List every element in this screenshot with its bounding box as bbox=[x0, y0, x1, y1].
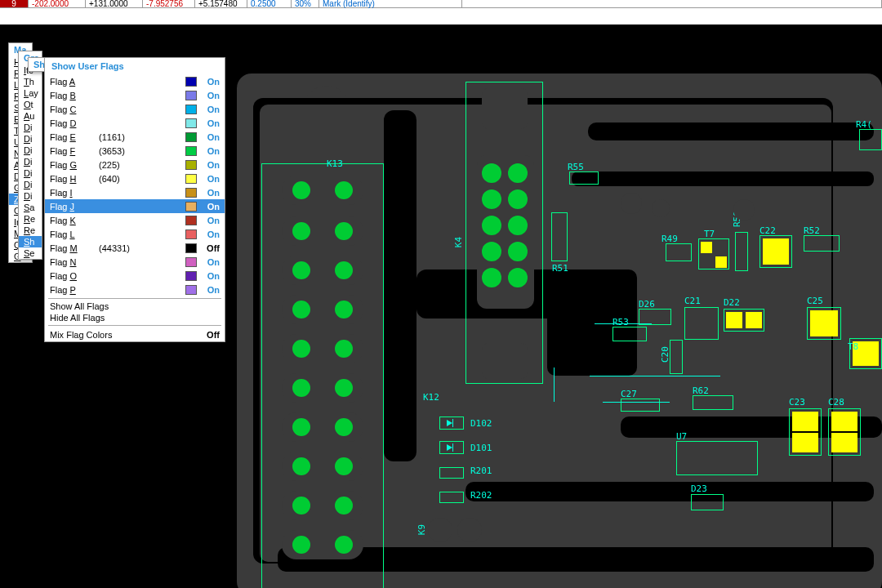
show-all-flags[interactable]: Show All Flags bbox=[45, 301, 225, 312]
flag-swatch bbox=[185, 257, 197, 267]
ref-d102: D102 bbox=[470, 418, 492, 429]
ref-r62: R62 bbox=[693, 385, 709, 396]
flag-swatch bbox=[185, 229, 197, 239]
comp-d101 bbox=[439, 441, 464, 454]
flag-swatch bbox=[185, 188, 197, 198]
flag-row-p[interactable]: Flag POn bbox=[45, 283, 225, 296]
flag-swatch bbox=[185, 243, 197, 253]
submenu-user-flags[interactable]: Show User Flags Flag AOnFlag BOnFlag COn… bbox=[44, 57, 225, 342]
ref-u7: U7 bbox=[676, 431, 687, 442]
mix-flag-colors[interactable]: Mix Flag Colors Off bbox=[45, 327, 225, 341]
flag-swatch bbox=[185, 91, 197, 100]
flag-row-c[interactable]: Flag COn bbox=[45, 102, 225, 116]
ref-t7: T7 bbox=[704, 229, 715, 239]
flag-row-h[interactable]: Flag H(640)On bbox=[45, 172, 225, 185]
ref-r55: R55 bbox=[568, 162, 584, 172]
ref-c20: C20 bbox=[660, 346, 670, 363]
menu-item[interactable]: Re bbox=[19, 213, 42, 225]
flag-swatch bbox=[185, 216, 197, 225]
menu-item[interactable]: Re bbox=[19, 225, 42, 236]
ref-d23: D23 bbox=[691, 483, 707, 494]
flag-row-g[interactable]: Flag G(225)On bbox=[45, 158, 225, 172]
flag-swatch bbox=[185, 146, 197, 156]
hide-all-flags[interactable]: Hide All Flags bbox=[45, 312, 225, 323]
menu-item[interactable]: Lay bbox=[19, 87, 42, 99]
flag-row-o[interactable]: Flag OOn bbox=[45, 269, 225, 283]
ref-d101: D101 bbox=[470, 443, 492, 453]
ref-r53: R53 bbox=[612, 317, 629, 327]
flag-row-e[interactable]: Flag E(1161)On bbox=[45, 130, 225, 144]
ref-k12: K12 bbox=[423, 392, 439, 403]
ref-r201: R201 bbox=[470, 466, 492, 476]
ref-c28: C28 bbox=[828, 397, 844, 408]
flag-row-k[interactable]: Flag KOn bbox=[45, 213, 225, 227]
menu-graphic[interactable]: Gra IteThLayOtAuDiDiDiDiDiDiDiSaReReShSe bbox=[18, 51, 42, 260]
ref-r52: R52 bbox=[804, 225, 820, 236]
flag-row-d[interactable]: Flag DOn bbox=[45, 116, 225, 130]
flag-row-i[interactable]: Flag IOn bbox=[45, 185, 225, 199]
flag-swatch bbox=[185, 285, 197, 295]
ref-t8: T8 bbox=[848, 341, 858, 352]
grid-value: 0.2500 bbox=[247, 0, 292, 7]
menu-item[interactable]: Sa bbox=[19, 202, 42, 213]
flag-row-m[interactable]: Flag M(44331)Off bbox=[45, 241, 225, 255]
ref-r49: R49 bbox=[662, 234, 678, 244]
coord-y-in: +5.157480 bbox=[195, 0, 247, 7]
ref-k9: K9 bbox=[416, 524, 427, 535]
flag-row-f[interactable]: Flag F(3653)On bbox=[45, 144, 225, 158]
ref-r51: R51 bbox=[552, 263, 568, 274]
menu-item[interactable]: Di bbox=[19, 122, 42, 133]
ref-c27: C27 bbox=[621, 389, 637, 399]
flag-swatch bbox=[185, 174, 197, 184]
ref-r202: R202 bbox=[470, 490, 492, 501]
flag-row-n[interactable]: Flag NOn bbox=[45, 255, 225, 269]
flag-row-b[interactable]: Flag BOn bbox=[45, 88, 225, 102]
menu-item[interactable]: Di bbox=[19, 179, 42, 190]
coord-x-in: -7.952756 bbox=[143, 0, 195, 7]
flag-swatch bbox=[185, 132, 197, 142]
menu-item[interactable]: Di bbox=[19, 133, 42, 145]
menu-item[interactable]: Ot bbox=[19, 99, 42, 110]
ref-k13: K13 bbox=[327, 158, 343, 169]
ref-c22: C22 bbox=[760, 225, 776, 236]
ref-r40: R4( bbox=[856, 119, 872, 130]
menu-item[interactable]: Di bbox=[19, 167, 42, 179]
status-strip: 9 -202.0000 +131.0000 -7.952756 +5.15748… bbox=[0, 0, 882, 8]
ref-k4: K4 bbox=[453, 237, 464, 247]
menu-item[interactable]: Di bbox=[19, 145, 42, 156]
menu-item[interactable]: Sh bbox=[19, 236, 42, 247]
menu-item[interactable]: Au bbox=[19, 110, 42, 122]
flag-row-a[interactable]: Flag AOn bbox=[45, 74, 225, 88]
flag-swatch bbox=[185, 160, 197, 170]
flag-row-j[interactable]: Flag JOn bbox=[45, 199, 225, 213]
menu-item[interactable]: Th bbox=[19, 76, 42, 87]
menu-item[interactable]: Di bbox=[19, 156, 42, 167]
menu-item[interactable]: Di bbox=[19, 190, 42, 202]
flag-swatch bbox=[185, 77, 197, 87]
flag-row-l[interactable]: Flag LOn bbox=[45, 227, 225, 241]
ref-d26: D26 bbox=[639, 299, 655, 310]
row-number: 9 bbox=[0, 0, 29, 7]
coord-y-mm: +131.0000 bbox=[86, 0, 143, 7]
ref-d22: D22 bbox=[724, 297, 740, 308]
flag-swatch bbox=[185, 105, 197, 114]
mode-label: Mark (Identify) bbox=[319, 0, 462, 7]
ref-c25: C25 bbox=[807, 296, 823, 306]
menu-item[interactable]: Se bbox=[19, 247, 42, 259]
flag-swatch bbox=[185, 118, 197, 128]
ref-c21: C21 bbox=[684, 296, 701, 306]
zoom-value: 30% bbox=[292, 0, 319, 7]
flag-swatch bbox=[185, 271, 197, 281]
submenu-title: Show User Flags bbox=[45, 58, 225, 74]
flag-swatch bbox=[185, 202, 197, 212]
comp-d102 bbox=[439, 416, 464, 430]
ref-c23: C23 bbox=[789, 397, 805, 408]
coord-x-mm: -202.0000 bbox=[29, 0, 86, 7]
